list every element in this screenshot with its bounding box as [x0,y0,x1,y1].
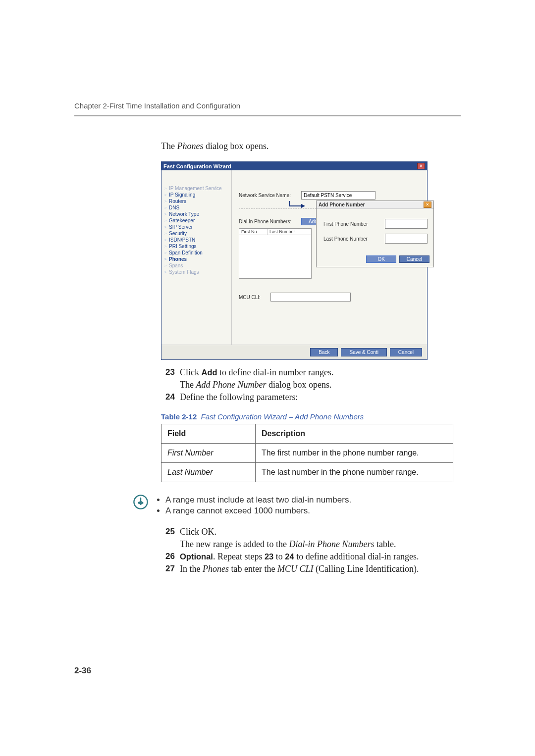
step-26: 26 Optional. Repeat steps 23 to 24 to de… [161,552,461,562]
nav-label: DNS [169,205,179,210]
wizard-nav-item[interactable]: >IP Signaling [163,192,229,198]
dialin-list: First Nu Last Number [239,228,312,279]
step-text: Optional. Repeat steps 23 to 24 to defin… [180,552,419,562]
cancel-button[interactable]: Cancel [390,348,422,356]
nav-label: IP Management Service [169,186,222,191]
chevron-icon: > [163,257,167,261]
wizard-nav-item[interactable]: >PRI Settings [163,243,229,250]
step-number: 27 [161,564,175,574]
chevron-icon: > [163,251,167,255]
intro-italic: Phones [177,141,203,151]
wizard-footer: Back Save & Conti Cancel [161,345,427,359]
step-number: 26 [161,552,175,562]
wizard-nav-item[interactable]: >Routers [163,198,229,204]
wizard-nav-item[interactable]: >Gatekeeper [163,217,229,224]
chevron-icon: > [163,205,167,210]
nav-label: ISDN/PSTN [169,237,195,243]
chevron-icon: > [163,199,167,203]
popup-titlebar: Add Phone Number × [317,201,433,209]
note-item: A range cannot exceed 1000 numbers. [165,506,351,516]
chevron-icon: > [163,244,167,249]
chevron-icon: > [163,193,167,197]
step-text: In the Phones tab enter the MCU CLI (Cal… [180,564,419,574]
wizard-nav-item[interactable]: >System Flags [163,269,229,275]
step-23: 23 Click Add to define dial-in number ra… [161,367,461,378]
nav-label: Network Type [169,211,199,217]
network-service-input[interactable] [301,191,375,200]
wizard-nav-item[interactable]: >Spans [163,262,229,269]
popup-ok-button[interactable]: OK [366,255,396,263]
popup-cancel-button[interactable]: Cancel [399,255,429,263]
intro-suffix: dialog box opens. [203,141,268,151]
note-item: A range must include at least two dial-i… [165,495,351,505]
wizard-nav-item[interactable]: >IP Management Service [163,185,229,192]
table-cell-desc: The last number in the phone number rang… [256,463,453,482]
wizard-nav-item[interactable]: >Span Definition [163,250,229,256]
table-row: First Number The first number in the pho… [161,444,453,463]
step-text: Click OK. [180,527,216,537]
list-col-first: First Nu [239,229,268,235]
popup-title-text: Add Phone Number [319,202,365,207]
step-23-sub: The Add Phone Number dialog box opens. [161,380,461,390]
close-icon[interactable]: × [417,163,425,169]
parameters-table: Field Description First Number The first… [161,424,453,482]
chevron-icon: > [163,225,167,229]
header-rule [74,115,461,116]
step-number: 24 [161,392,175,403]
nav-label: PRI Settings [169,244,197,249]
step-24: 24 Define the following parameters: [161,392,461,403]
table-head-field: Field [161,424,256,444]
first-phone-label: First Phone Number [323,221,368,227]
chevron-icon: > [163,238,167,242]
nav-label: SIP Server [169,224,193,230]
list-col-last: Last Number [268,229,311,235]
wizard-nav-item[interactable]: >SIP Server [163,224,229,230]
nav-label: IP Signaling [169,192,195,198]
wizard-nav-item[interactable]: >Security [163,230,229,237]
back-button[interactable]: Back [310,348,338,356]
wizard-main: Network Service Name: Dial-in Phone Numb… [232,170,427,345]
table-row: Last Number The last number in the phone… [161,463,453,482]
step-25-sub: The new range is added to the Dial-in Ph… [161,539,461,550]
wizard-nav-item[interactable]: >Phones [163,256,229,262]
nav-label: Routers [169,199,186,204]
wizard-nav-item[interactable]: >Network Type [163,211,229,217]
nav-label: Security [169,231,187,236]
first-phone-input[interactable] [385,219,428,229]
step-text: The Add Phone Number dialog box opens. [180,380,331,390]
last-phone-label: Last Phone Number [323,236,368,242]
table-cell-field: Last Number [161,463,256,482]
chevron-icon: > [163,231,167,236]
table-head-desc: Description [256,424,453,444]
chevron-icon: > [163,270,167,274]
popup-close-icon[interactable]: × [424,202,431,208]
callout-arrow-icon [289,201,305,209]
wizard-title-text: Fast Configuration Wizard [163,163,231,169]
chevron-icon: > [163,218,167,223]
wizard-titlebar: Fast Configuration Wizard × [161,162,427,170]
intro-line: The Phones dialog box opens. [161,141,461,151]
note-block: A range must include at least two dial-i… [133,494,461,517]
nav-label: Phones [169,256,187,262]
fast-config-wizard: Fast Configuration Wizard × >IP Manageme… [161,161,428,360]
chapter-header: Chapter 2-First Time Installation and Co… [74,101,461,110]
step-25: 25 Click OK. [161,527,461,537]
mcu-cli-label: MCU CLI: [239,295,268,300]
chevron-icon: > [163,263,167,268]
step-text: The new range is added to the Dial-in Ph… [180,539,396,550]
nav-label: Gatekeeper [169,218,195,223]
wizard-nav-item[interactable]: >DNS [163,204,229,211]
table-caption: Table 2-12 Fast Configuration Wizard – A… [161,412,461,421]
table-cell-desc: The first number in the phone number ran… [256,444,453,463]
wizard-nav-item[interactable]: >ISDN/PSTN [163,237,229,243]
step-number: 23 [161,367,175,378]
last-phone-input[interactable] [385,234,428,244]
chevron-icon: > [163,186,167,191]
wizard-nav: >IP Management Service>IP Signaling>Rout… [161,170,232,345]
add-phone-number-popup: Add Phone Number × First Phone Number La… [316,201,434,267]
save-continue-button[interactable]: Save & Conti [341,348,386,356]
note-icon [133,494,149,510]
network-service-label: Network Service Name: [239,193,298,198]
nav-label: Span Definition [169,250,203,255]
mcu-cli-input[interactable] [270,293,351,302]
